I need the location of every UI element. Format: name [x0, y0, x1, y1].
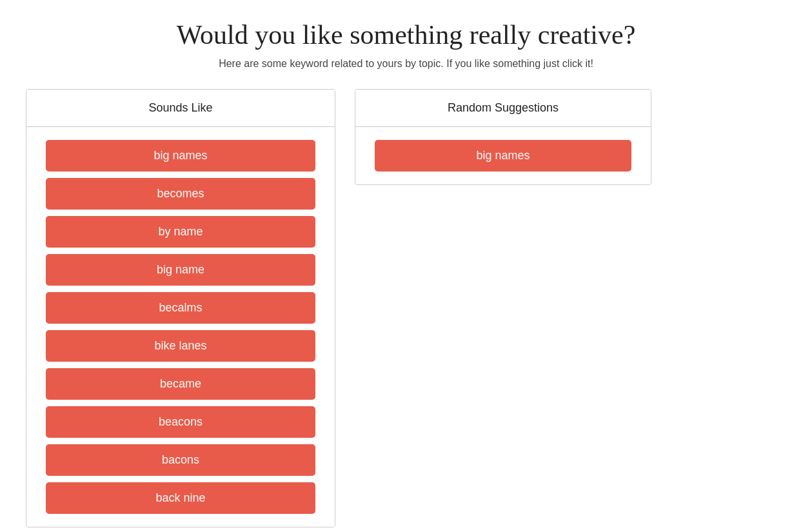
sounds-like-button[interactable]: by name — [46, 216, 315, 248]
page-title: Would you like something really creative… — [26, 19, 786, 50]
sounds-like-button[interactable]: becalms — [46, 292, 315, 324]
sounds-like-button[interactable]: became — [46, 368, 315, 400]
sounds-like-button[interactable]: beacons — [46, 406, 315, 438]
sounds-like-button[interactable]: back nine — [46, 482, 315, 514]
sounds-like-button[interactable]: bacons — [46, 444, 315, 476]
sounds-like-button[interactable]: big name — [46, 254, 315, 286]
sounds-like-button[interactable]: big names — [46, 140, 315, 172]
page-wrapper: Would you like something really creative… — [0, 0, 812, 530]
sounds-like-button[interactable]: bike lanes — [46, 330, 315, 362]
random-suggestions-heading: Random Suggestions — [355, 90, 651, 127]
sounds-like-body: big namesbecomesby namebig namebecalmsbi… — [26, 127, 335, 527]
random-suggestion-button[interactable]: big names — [375, 140, 631, 172]
random-suggestions-body: big names — [355, 127, 651, 184]
page-subtitle: Here are some keyword related to yours b… — [26, 58, 786, 70]
random-suggestions-panel: Random Suggestions big names — [355, 89, 651, 185]
sounds-like-button[interactable]: becomes — [46, 178, 315, 210]
sounds-like-panel: Sounds Like big namesbecomesby namebig n… — [26, 89, 335, 527]
columns-wrapper: Sounds Like big namesbecomesby namebig n… — [26, 89, 786, 527]
sounds-like-heading: Sounds Like — [26, 90, 335, 127]
